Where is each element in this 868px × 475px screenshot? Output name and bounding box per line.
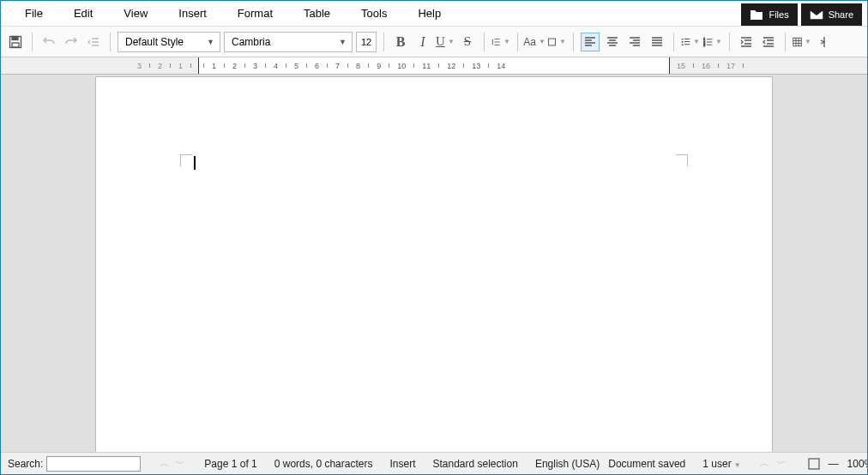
ruler-tick-label: 10 xyxy=(397,62,406,70)
chevron-down-icon: ▼ xyxy=(734,461,741,469)
font-size-input[interactable]: 12 xyxy=(356,32,377,52)
align-right-button[interactable] xyxy=(625,33,644,51)
separator xyxy=(517,33,518,51)
strike-glyph: S xyxy=(464,34,471,49)
indent-decrease-button[interactable] xyxy=(759,33,778,51)
search-next-button[interactable]: ﹀ xyxy=(174,457,187,470)
ruler-tick-label: 9 xyxy=(377,62,381,70)
ruler-tick-label: 2 xyxy=(232,62,237,70)
document-page[interactable] xyxy=(95,76,773,454)
ruler-margin-left: 3 2 1 xyxy=(1,57,198,74)
toolbar: Default Style ▼ Cambria ▼ 12 B I U▼ S ▼ … xyxy=(1,27,867,57)
align-justify-icon xyxy=(651,36,663,48)
number-list-button[interactable]: 123▼ xyxy=(703,33,722,51)
underline-button[interactable]: U▼ xyxy=(436,33,455,51)
sidebar-icon xyxy=(818,36,830,48)
strike-button[interactable]: S xyxy=(458,33,477,51)
ruler-margin-right: 15 16 17 xyxy=(670,57,867,74)
save-button[interactable] xyxy=(6,33,25,51)
share-label: Share xyxy=(829,9,853,20)
horizontal-ruler[interactable]: 3 2 1 1 2 3 4 5 6 7 8 9 10 11 12 13 14 1… xyxy=(1,57,867,75)
separator xyxy=(383,33,384,51)
font-label: Cambria xyxy=(232,36,270,48)
search-label: Search: xyxy=(8,458,43,470)
insert-table-button[interactable]: ▼ xyxy=(793,33,811,51)
margin-marker-top-left xyxy=(180,154,192,166)
word-count[interactable]: 0 words, 0 characters xyxy=(274,458,373,470)
outdent-button[interactable] xyxy=(84,33,103,51)
highlight-button[interactable]: ▼ xyxy=(547,33,566,51)
menu-help[interactable]: Help xyxy=(402,1,456,27)
svg-point-4 xyxy=(682,38,684,39)
menu-file[interactable]: File xyxy=(9,1,58,27)
ruler-tick-label: 6 xyxy=(315,62,319,70)
ruler-tick-label: 1 xyxy=(212,62,216,70)
ruler-tick-label: 11 xyxy=(422,62,431,70)
ruler-page-area: 1 2 3 4 5 6 7 8 9 10 11 12 13 14 xyxy=(198,57,670,74)
separator xyxy=(785,33,786,51)
size-value: 12 xyxy=(361,37,371,47)
share-button[interactable]: Share xyxy=(801,3,862,26)
menu-bar: File Edit View Insert Format Table Tools… xyxy=(1,1,867,27)
table-icon xyxy=(793,36,802,48)
chevron-down-icon: ▼ xyxy=(693,38,700,45)
ruler-tick-label: 3 xyxy=(137,62,142,70)
redo-button[interactable] xyxy=(62,33,81,51)
user-count[interactable]: 1 user▼ xyxy=(702,458,740,470)
number-list-icon: 123 xyxy=(703,36,713,48)
bullet-list-button[interactable]: ▼ xyxy=(681,33,700,51)
chevron-down-icon: ▼ xyxy=(207,38,214,46)
align-justify-button[interactable] xyxy=(648,33,666,51)
char-style-label: Aa xyxy=(523,36,536,48)
document-workspace xyxy=(1,75,867,454)
selection-mode[interactable]: Standard selection xyxy=(432,458,517,470)
menu-format[interactable]: Format xyxy=(222,1,288,27)
separator xyxy=(484,33,485,51)
font-name-dropdown[interactable]: Cambria ▼ xyxy=(224,32,353,52)
zoom-out-button[interactable]: — xyxy=(823,458,844,470)
menu-view[interactable]: View xyxy=(108,1,163,27)
search-input[interactable] xyxy=(46,456,141,472)
svg-rect-10 xyxy=(793,38,801,45)
save-icon xyxy=(9,35,22,49)
style-label: Default Style xyxy=(125,36,184,48)
char-style-button[interactable]: Aa▼ xyxy=(525,33,544,51)
line-spacing-button[interactable]: ▼ xyxy=(491,33,510,51)
align-center-button[interactable] xyxy=(603,33,622,51)
separator xyxy=(729,33,730,51)
files-button[interactable]: Files xyxy=(741,3,797,26)
indent-increase-button[interactable] xyxy=(737,33,756,51)
separator xyxy=(110,33,111,51)
svg-text:3: 3 xyxy=(703,42,706,46)
menu-tools[interactable]: Tools xyxy=(346,1,402,27)
paragraph-style-dropdown[interactable]: Default Style ▼ xyxy=(118,32,220,52)
zoom-fit-button[interactable] xyxy=(808,454,820,473)
menu-edit[interactable]: Edit xyxy=(58,1,108,27)
next-button[interactable]: ﹀ xyxy=(775,457,787,470)
menu-insert[interactable]: Insert xyxy=(163,1,222,27)
chevron-down-icon: ▼ xyxy=(339,38,347,46)
insert-mode[interactable]: Insert xyxy=(389,458,415,470)
indent-decrease-icon xyxy=(763,36,775,48)
chevron-down-icon: ▼ xyxy=(539,38,546,45)
ruler-tick-label: 12 xyxy=(447,62,455,70)
underline-glyph: U xyxy=(436,34,445,49)
menu-table[interactable]: Table xyxy=(288,1,346,27)
zoom-value[interactable]: 100% xyxy=(847,458,868,470)
page-indicator[interactable]: Page 1 of 1 xyxy=(204,458,256,470)
prev-button[interactable]: ︿ xyxy=(758,457,771,470)
sidebar-toggle-button[interactable] xyxy=(815,33,834,51)
bullet-list-icon xyxy=(681,36,690,48)
undo-button[interactable] xyxy=(39,33,58,51)
ruler-tick-label: 2 xyxy=(158,62,162,70)
ruler-tick-label: 4 xyxy=(274,62,278,70)
bold-button[interactable]: B xyxy=(391,33,410,51)
language-indicator[interactable]: English (USA) xyxy=(535,458,600,470)
italic-button[interactable]: I xyxy=(413,33,432,51)
chevron-down-icon: ▼ xyxy=(448,38,455,45)
search-prev-button[interactable]: ︿ xyxy=(158,457,171,470)
save-status: Document saved xyxy=(608,458,685,470)
align-left-button[interactable] xyxy=(581,33,600,51)
svg-rect-11 xyxy=(809,459,819,469)
chevron-down-icon: ▼ xyxy=(715,38,722,45)
